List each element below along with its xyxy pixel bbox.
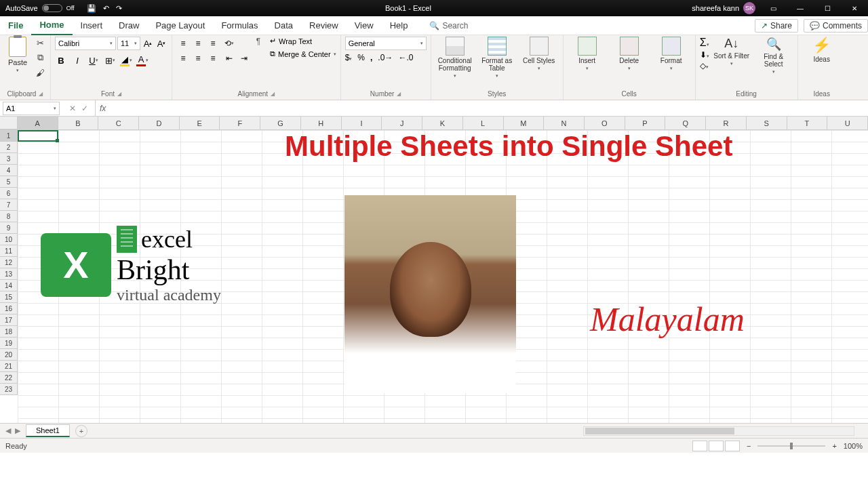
fx-icon[interactable]: fx: [96, 104, 110, 113]
save-icon[interactable]: 💾: [87, 4, 96, 13]
dialog-launcher-icon[interactable]: ◢: [117, 91, 121, 97]
tab-insert[interactable]: Insert: [73, 16, 111, 35]
bold-button[interactable]: B: [55, 54, 67, 66]
font-name-combo[interactable]: Calibri▾: [55, 37, 116, 50]
col-header[interactable]: M: [504, 117, 545, 129]
toggle-switch[interactable]: [42, 4, 62, 12]
tab-home[interactable]: Home: [31, 16, 72, 35]
row-header[interactable]: 14: [0, 280, 18, 291]
enter-formula-icon[interactable]: ✓: [81, 104, 88, 113]
tab-file[interactable]: File: [0, 16, 31, 35]
active-cell[interactable]: [18, 130, 58, 142]
col-header[interactable]: N: [544, 117, 585, 129]
row-header[interactable]: 9: [0, 222, 18, 234]
underline-button[interactable]: U▾: [87, 54, 100, 66]
col-header[interactable]: S: [747, 117, 787, 129]
decrease-font-icon[interactable]: A▾: [155, 37, 167, 49]
dialog-launcher-icon[interactable]: ◢: [397, 91, 401, 97]
fill-color-icon[interactable]: ◢▾: [120, 54, 132, 66]
increase-font-icon[interactable]: A▴: [142, 37, 154, 49]
row-header[interactable]: 16: [0, 303, 18, 314]
page-break-view-icon[interactable]: [725, 441, 740, 451]
col-header[interactable]: H: [301, 117, 342, 129]
tab-view[interactable]: View: [347, 16, 382, 35]
col-header[interactable]: B: [58, 117, 99, 129]
number-format-combo[interactable]: General▾: [345, 37, 427, 50]
sheet-nav-prev-icon[interactable]: ◀: [5, 426, 11, 435]
zoom-value[interactable]: 100%: [844, 442, 863, 450]
tab-draw[interactable]: Draw: [111, 16, 147, 35]
col-header[interactable]: P: [625, 117, 666, 129]
col-header[interactable]: R: [706, 117, 747, 129]
col-header[interactable]: C: [98, 117, 139, 129]
autosave-toggle[interactable]: AutoSave Off: [0, 4, 80, 12]
decrease-indent-icon[interactable]: ⇤: [222, 52, 236, 65]
tab-help[interactable]: Help: [382, 16, 416, 35]
col-header[interactable]: I: [342, 117, 382, 129]
autosum-icon[interactable]: Σ▾: [700, 37, 709, 49]
row-header[interactable]: 5: [0, 176, 18, 188]
copy-icon[interactable]: ⧉: [34, 52, 46, 64]
borders-icon[interactable]: ⊞▾: [104, 54, 116, 66]
align-top-icon[interactable]: ≡: [176, 37, 190, 50]
row-header[interactable]: 23: [0, 384, 18, 395]
cell-styles-button[interactable]: Cell Styles▾: [519, 37, 559, 71]
sheet-tab-active[interactable]: Sheet1: [26, 424, 70, 437]
sheet-nav-next-icon[interactable]: ▶: [15, 426, 20, 435]
dialog-launcher-icon[interactable]: ◢: [271, 91, 275, 97]
wrap-text-button[interactable]: ↵Wrap Text: [270, 37, 336, 45]
sort-filter-button[interactable]: A↓ Sort & Filter▾: [712, 37, 751, 66]
dialog-launcher-icon[interactable]: ◢: [39, 91, 43, 97]
format-painter-icon[interactable]: 🖌: [34, 66, 46, 79]
ribbon-display-icon[interactable]: ▭: [760, 0, 787, 16]
cut-icon[interactable]: ✂: [34, 37, 46, 49]
conditional-formatting-button[interactable]: Conditional Formatting▾: [435, 37, 475, 79]
share-button[interactable]: ↗ Share: [755, 19, 798, 33]
worksheet-grid[interactable]: A B C D E F G H I J K L M N O P Q R S T …: [0, 117, 868, 423]
cancel-formula-icon[interactable]: ✕: [69, 104, 76, 113]
redo-icon[interactable]: ↷: [116, 4, 122, 13]
tab-formulas[interactable]: Formulas: [213, 16, 266, 35]
row-header[interactable]: 6: [0, 188, 18, 199]
find-select-button[interactable]: 🔍 Find & Select▾: [754, 37, 793, 75]
formula-input[interactable]: [110, 102, 868, 115]
col-header[interactable]: T: [787, 117, 828, 129]
scroll-thumb[interactable]: [585, 428, 734, 434]
zoom-in-icon[interactable]: +: [832, 442, 836, 450]
insert-cells-button[interactable]: Insert▾: [568, 37, 607, 71]
row-header[interactable]: 11: [0, 245, 18, 257]
align-left-icon[interactable]: ≡: [176, 52, 190, 65]
format-cells-button[interactable]: Format▾: [652, 37, 691, 71]
row-header[interactable]: 3: [0, 153, 18, 165]
accounting-icon[interactable]: $▾: [345, 53, 353, 62]
row-header[interactable]: 8: [0, 211, 18, 222]
close-icon[interactable]: ✕: [841, 0, 868, 16]
merge-center-button[interactable]: ⧉Merge & Center▾: [270, 49, 336, 58]
zoom-out-icon[interactable]: −: [747, 442, 751, 450]
minimize-icon[interactable]: —: [787, 0, 814, 16]
row-header[interactable]: 12: [0, 257, 18, 268]
font-size-combo[interactable]: 11▾: [117, 37, 140, 50]
increase-decimal-icon[interactable]: .0→: [378, 53, 393, 62]
format-as-table-button[interactable]: Format as Table▾: [477, 37, 517, 79]
col-header[interactable]: Q: [665, 117, 706, 129]
percent-icon[interactable]: %: [357, 53, 365, 62]
tab-data[interactable]: Data: [267, 16, 301, 35]
tab-review[interactable]: Review: [301, 16, 347, 35]
col-header[interactable]: A: [18, 117, 58, 129]
maximize-icon[interactable]: ☐: [814, 0, 841, 16]
increase-indent-icon[interactable]: ⇥: [237, 52, 251, 65]
col-header[interactable]: U: [827, 117, 868, 129]
name-box[interactable]: A1▾: [3, 102, 60, 115]
align-right-icon[interactable]: ≡: [206, 52, 220, 65]
col-header[interactable]: F: [220, 117, 260, 129]
align-center-icon[interactable]: ≡: [191, 52, 205, 65]
ideas-button[interactable]: ⚡ Ideas: [802, 37, 842, 63]
row-header[interactable]: 4: [0, 165, 18, 176]
align-bottom-icon[interactable]: ≡: [206, 37, 220, 50]
delete-cells-button[interactable]: Delete▾: [610, 37, 649, 71]
rtl-icon[interactable]: ¶: [256, 37, 260, 46]
col-header[interactable]: E: [180, 117, 220, 129]
fill-icon[interactable]: ⬇▾: [700, 50, 709, 60]
row-header[interactable]: 13: [0, 268, 18, 280]
